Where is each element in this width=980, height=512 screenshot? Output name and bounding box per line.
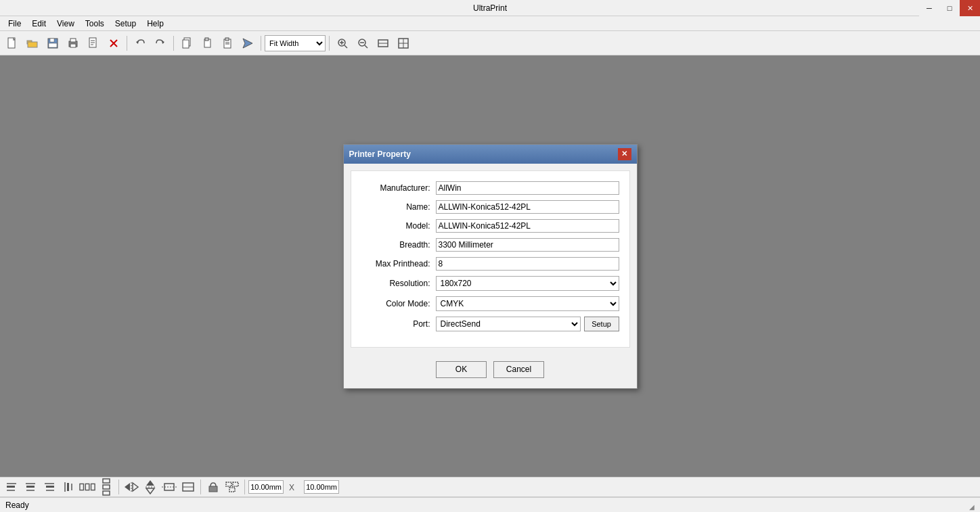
svg-text:X: X xyxy=(289,483,294,492)
menu-help[interactable]: Help xyxy=(141,18,169,30)
svg-rect-66 xyxy=(209,486,217,492)
paste-button[interactable] xyxy=(218,34,237,53)
menu-tools[interactable]: Tools xyxy=(80,18,110,30)
separator-4 xyxy=(329,36,330,51)
distribute-v-button[interactable] xyxy=(97,479,115,495)
resolution-row: Resolution: 180x720 360x720 720x720 xyxy=(361,276,619,291)
svg-line-31 xyxy=(365,45,368,48)
maximize-button[interactable]: □ xyxy=(939,0,960,16)
position-y-input[interactable] xyxy=(304,480,339,494)
dialog-close-button[interactable]: ✕ xyxy=(618,148,631,160)
align-left-button[interactable] xyxy=(3,479,20,495)
flip-v-button[interactable] xyxy=(141,479,159,495)
port-row: Port: DirectSend USB LPT1 Setup xyxy=(361,317,619,331)
rotate-icon xyxy=(162,481,177,493)
preview-button[interactable] xyxy=(84,34,103,53)
align-left-icon xyxy=(5,481,18,493)
setup-button[interactable]: Setup xyxy=(584,317,619,331)
ok-button[interactable]: OK xyxy=(436,361,487,378)
zoom-out-icon xyxy=(357,37,369,49)
close-file-icon xyxy=(108,37,120,49)
new-button[interactable] xyxy=(3,34,22,53)
bottom-separator-2 xyxy=(200,480,201,494)
zoom-select[interactable]: Fit Width Fit Page 100% 75% 50% xyxy=(265,35,326,51)
svg-rect-52 xyxy=(91,484,95,490)
svg-rect-55 xyxy=(103,491,110,495)
svg-marker-61 xyxy=(146,488,154,494)
breadth-row: Breadth: xyxy=(361,238,619,252)
zoom-out-button[interactable] xyxy=(353,34,372,53)
flip-h-button[interactable] xyxy=(122,479,140,495)
svg-rect-22 xyxy=(225,38,229,41)
svg-rect-4 xyxy=(50,39,54,42)
svg-rect-69 xyxy=(229,488,235,492)
fit1-button[interactable] xyxy=(374,34,393,53)
port-select-group: DirectSend USB LPT1 Setup xyxy=(436,317,619,331)
close-file-button[interactable] xyxy=(104,34,123,53)
max-printhead-label: Max Printhead: xyxy=(361,259,436,269)
app-title: UltraPrint xyxy=(473,3,507,13)
separator-3 xyxy=(261,36,261,51)
resolution-select[interactable]: 180x720 360x720 720x720 xyxy=(436,276,619,291)
zoom-in-button[interactable] xyxy=(333,34,352,53)
distribute-h-icon xyxy=(79,481,95,493)
align-right-icon xyxy=(43,481,55,493)
zoom-in-icon xyxy=(336,37,349,49)
new-icon xyxy=(6,37,18,49)
copy-button[interactable] xyxy=(177,34,196,53)
menu-setup[interactable]: Setup xyxy=(110,18,141,30)
undo-button[interactable] xyxy=(131,34,150,53)
menu-edit[interactable]: Edit xyxy=(26,18,51,30)
flip-h-icon xyxy=(124,481,139,493)
color-mode-select[interactable]: CMYK RGB xyxy=(436,296,619,311)
separator-2 xyxy=(173,36,174,51)
open-button[interactable] xyxy=(23,34,42,53)
send-button[interactable] xyxy=(238,34,257,53)
breadth-input[interactable] xyxy=(436,238,619,252)
manufacturer-input[interactable] xyxy=(436,181,619,195)
model-label: Model: xyxy=(361,221,436,231)
bottom-separator-3 xyxy=(244,480,245,494)
dialog-buttons: OK Cancel xyxy=(344,354,637,388)
app-close-button[interactable]: ✕ xyxy=(960,0,980,16)
name-row: Name: xyxy=(361,200,619,214)
position-x-icon: X xyxy=(285,479,303,495)
flip-v-icon xyxy=(144,480,156,494)
fit2-button[interactable] xyxy=(394,34,413,53)
name-input[interactable] xyxy=(436,200,619,214)
redo-button[interactable] xyxy=(151,34,170,53)
group-button[interactable] xyxy=(223,479,241,495)
group-icon xyxy=(225,481,240,493)
fit1-icon xyxy=(377,37,389,49)
port-select[interactable]: DirectSend USB LPT1 xyxy=(436,317,581,331)
svg-rect-68 xyxy=(233,482,238,486)
position-x-input[interactable] xyxy=(248,480,284,494)
menu-file[interactable]: File xyxy=(3,18,26,30)
model-input[interactable] xyxy=(436,219,619,233)
save-button[interactable] xyxy=(43,34,62,53)
max-printhead-input[interactable] xyxy=(436,257,619,271)
align-top-button[interactable] xyxy=(60,479,77,495)
svg-rect-62 xyxy=(164,484,174,490)
align-center-button[interactable] xyxy=(22,479,39,495)
port-label: Port: xyxy=(361,319,436,329)
menu-view[interactable]: View xyxy=(51,18,80,30)
send-icon xyxy=(242,37,254,49)
minimize-button[interactable]: ─ xyxy=(919,0,939,16)
align-right-button[interactable] xyxy=(41,479,58,495)
resize-button[interactable] xyxy=(179,479,197,495)
lock-button[interactable] xyxy=(204,479,222,495)
status-bar: Ready ◢ xyxy=(0,497,980,512)
svg-line-27 xyxy=(344,45,347,48)
paste-special-button[interactable] xyxy=(198,34,217,53)
cancel-button[interactable]: Cancel xyxy=(493,361,544,378)
distribute-h-button[interactable] xyxy=(79,479,96,495)
rotate-button[interactable] xyxy=(160,479,178,495)
svg-rect-2 xyxy=(28,42,37,47)
bottom-toolbar: X xyxy=(0,477,980,497)
svg-rect-50 xyxy=(80,484,84,490)
resize-grip-icon: ◢ xyxy=(964,500,975,511)
dialog-overlay: Printer Property ✕ Manufacturer: Name: M… xyxy=(0,55,980,477)
main-canvas: Printer Property ✕ Manufacturer: Name: M… xyxy=(0,55,980,477)
print-button[interactable] xyxy=(64,34,83,53)
